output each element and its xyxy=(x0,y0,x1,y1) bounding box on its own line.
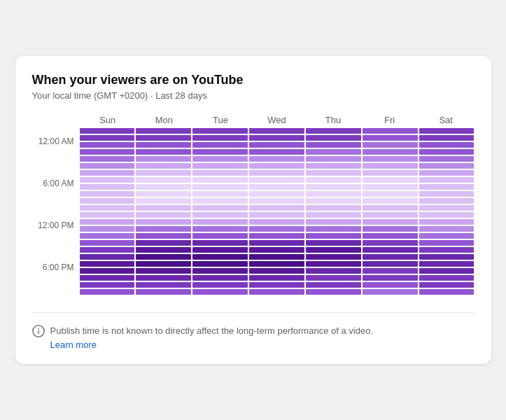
learn-more-link[interactable]: Learn more xyxy=(50,340,374,350)
heat-cell xyxy=(80,128,135,134)
heat-cell xyxy=(80,205,135,211)
heat-cell xyxy=(136,219,191,225)
heat-cell xyxy=(363,184,418,190)
heat-cell xyxy=(136,275,191,281)
heat-cell xyxy=(419,170,475,176)
heat-cell xyxy=(136,149,191,155)
heat-cell xyxy=(136,170,191,176)
divider xyxy=(32,312,475,313)
heat-cell xyxy=(306,135,361,141)
heat-cell xyxy=(80,268,135,274)
heat-cell xyxy=(249,226,304,232)
heat-cell xyxy=(306,149,361,155)
heat-cell xyxy=(363,198,418,204)
heat-cell xyxy=(363,247,418,253)
heat-cell xyxy=(80,219,135,225)
heat-cell xyxy=(363,156,418,162)
heat-cell xyxy=(192,240,248,246)
heat-cell xyxy=(249,149,304,155)
heat-cell xyxy=(136,163,191,169)
heatmap-container: 12:00 AM6:00 AM12:00 PM6:00 PM SunMonTue… xyxy=(32,115,475,301)
heat-cell xyxy=(80,254,135,260)
y-label-0: 12:00 AM xyxy=(32,134,74,148)
heat-cell xyxy=(249,212,304,218)
heat-cell xyxy=(249,289,304,295)
day-label-thu: Thu xyxy=(305,115,362,125)
heat-cell xyxy=(136,261,191,267)
day-col-tue xyxy=(192,128,248,295)
heat-cell xyxy=(136,212,191,218)
heat-cell xyxy=(419,163,475,169)
heat-cell xyxy=(192,156,248,162)
heat-cell xyxy=(306,191,361,197)
heat-cell xyxy=(419,282,475,288)
heat-cell xyxy=(80,184,135,190)
heat-cell xyxy=(419,233,475,239)
heat-cell xyxy=(192,282,248,288)
heat-cell xyxy=(80,156,135,162)
heat-cell xyxy=(306,226,361,232)
heat-cell xyxy=(363,212,418,218)
heat-cell xyxy=(192,268,248,274)
heat-cell xyxy=(192,254,248,260)
heat-cell xyxy=(363,233,418,239)
heat-cell xyxy=(363,254,418,260)
heat-cell xyxy=(249,142,304,148)
heat-cell xyxy=(249,219,304,225)
heat-cell xyxy=(80,135,135,141)
heat-cell xyxy=(80,191,135,197)
y-label-2: 12:00 PM xyxy=(32,218,74,232)
heat-cell xyxy=(306,163,361,169)
heat-cell xyxy=(419,268,475,274)
heat-cell xyxy=(419,156,475,162)
heat-cell xyxy=(419,219,475,225)
heat-cell xyxy=(419,142,475,148)
heat-cell xyxy=(419,226,475,232)
heat-cell xyxy=(249,128,304,134)
heat-cell xyxy=(419,254,475,260)
heat-cell xyxy=(136,128,191,134)
heat-cell xyxy=(80,170,135,176)
heat-cell xyxy=(363,226,418,232)
heat-cell xyxy=(80,247,135,253)
heat-cell xyxy=(136,289,191,295)
heat-cell xyxy=(419,205,475,211)
heat-cell xyxy=(419,212,475,218)
heat-cell xyxy=(363,268,418,274)
heat-cell xyxy=(249,240,304,246)
heat-cell xyxy=(192,142,248,148)
heat-cell xyxy=(80,177,135,183)
heat-cell xyxy=(80,233,135,239)
heat-cell xyxy=(249,233,304,239)
heat-cell xyxy=(80,275,135,281)
heat-cell xyxy=(363,275,418,281)
heat-cell xyxy=(80,282,135,288)
heat-cell xyxy=(136,226,191,232)
heat-cell xyxy=(363,191,418,197)
heat-cell xyxy=(80,198,135,204)
heat-cell xyxy=(363,149,418,155)
heat-cell xyxy=(136,156,191,162)
heat-cell xyxy=(80,289,135,295)
heat-cell xyxy=(80,261,135,267)
heat-cell xyxy=(192,149,248,155)
heat-cell xyxy=(136,205,191,211)
heat-cell xyxy=(419,261,475,267)
heat-cell xyxy=(363,289,418,295)
heat-cell xyxy=(80,212,135,218)
heat-cell xyxy=(249,275,304,281)
heat-cell xyxy=(192,226,248,232)
heat-cell xyxy=(249,205,304,211)
day-label-mon: Mon xyxy=(136,115,192,125)
heat-cell xyxy=(306,240,361,246)
footer-text: Publish time is not known to directly af… xyxy=(50,326,374,336)
heat-cell xyxy=(306,205,361,211)
heat-cell xyxy=(192,233,248,239)
heat-cell xyxy=(80,149,135,155)
heat-cell xyxy=(136,240,191,246)
heat-cell xyxy=(249,177,304,183)
heat-cell xyxy=(192,177,248,183)
heat-cell xyxy=(192,219,248,225)
heat-cell xyxy=(249,282,304,288)
heat-cell xyxy=(419,177,475,183)
